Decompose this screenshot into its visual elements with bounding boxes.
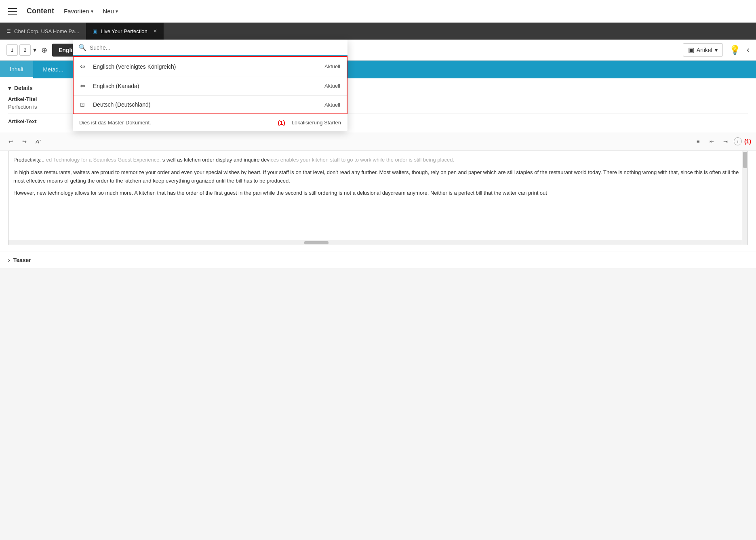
list-icon[interactable]: ≡ xyxy=(693,136,704,147)
tab-chef-corp[interactable]: ☰ Chef Corp. USA Home Pa... xyxy=(0,23,86,40)
article-text-editor[interactable]: Productivity... ed Technology for a Seam… xyxy=(8,151,748,245)
editor-toolbar: ↩ ↪ A' ≡ ⇤ ⇥ i (1) xyxy=(0,132,756,151)
toolbar: 1 2 ▾ ⊕ Englisch (Vereinigte Staaten) ▾ … xyxy=(0,40,756,61)
translate-icon-de-de: ⊡ xyxy=(80,101,88,108)
lokalisierung-link[interactable]: Lokalisierung Starten xyxy=(292,120,341,126)
language-list: ⇔ Englisch (Vereinigtes Königreich) Aktu… xyxy=(73,56,347,114)
globe-icon[interactable]: ⊕ xyxy=(41,46,47,55)
tab-inhalt[interactable]: Inhalt xyxy=(0,61,33,78)
neu-chevron-icon: ▾ xyxy=(116,8,118,14)
info-icon[interactable]: i xyxy=(734,137,742,145)
details-title: Details xyxy=(14,85,33,91)
artikel-button[interactable]: ▣ Artikel ▾ xyxy=(683,43,723,57)
editor-paragraph-2: In high class restaurants, waiters are p… xyxy=(13,168,743,185)
editor-paragraph-3: However, new technology allows for so mu… xyxy=(13,189,743,198)
h-scrollbar-thumb[interactable] xyxy=(304,241,329,244)
status-en-ca: Aktuell xyxy=(324,83,340,89)
tab-metadaten[interactable]: Metad... xyxy=(33,61,73,78)
editor-badge: (1) xyxy=(744,138,751,145)
vertical-scrollbar[interactable] xyxy=(742,151,748,245)
details-chevron-icon: ▾ xyxy=(8,85,11,91)
language-option-en-ca[interactable]: ⇔ Englisch (Kanada) Aktuell xyxy=(74,76,347,96)
undo-button[interactable]: ↩ xyxy=(5,136,16,147)
teaser-chevron-icon: › xyxy=(8,257,10,263)
teaser-label: Teaser xyxy=(13,257,31,263)
page-chevron-icon[interactable]: ▾ xyxy=(33,46,36,54)
language-label-en-ca: Englisch (Kanada) xyxy=(93,83,320,89)
status-de-de: Aktuell xyxy=(324,102,340,108)
translate-icon-en-ca: ⇔ xyxy=(80,82,88,90)
page-2-button[interactable]: 2 xyxy=(19,44,31,56)
nav-favoriten[interactable]: Favoriten ▾ xyxy=(64,8,93,15)
search-input[interactable] xyxy=(90,44,342,51)
hamburger-menu[interactable] xyxy=(8,8,17,15)
page-number-buttons: 1 2 ▾ xyxy=(6,44,36,56)
translate-icon-en-uk: ⇔ xyxy=(80,63,88,70)
language-dropdown: 🔍 ⇔ Englisch (Vereinigtes Königreich) Ak… xyxy=(73,40,347,131)
page-1-button[interactable]: 1 xyxy=(6,44,18,56)
tab-close-icon[interactable]: ✕ xyxy=(153,28,157,34)
lightbulb-icon[interactable]: 💡 xyxy=(729,45,740,55)
scrollbar-thumb[interactable] xyxy=(743,152,747,168)
artikel-icon: ▣ xyxy=(688,46,694,54)
language-option-de-de[interactable]: ⊡ Deutsch (Deutschland) Aktuell xyxy=(74,96,347,113)
status-en-uk: Aktuell xyxy=(324,63,340,69)
top-navigation: Content Favoriten ▾ Neu ▾ xyxy=(0,0,756,23)
toolbar-right: ▣ Artikel ▾ 💡 ‹ xyxy=(683,43,750,57)
redo-button[interactable]: ↪ xyxy=(19,136,30,147)
back-icon[interactable]: ‹ xyxy=(747,45,750,55)
localization-badge: (1) xyxy=(278,119,285,126)
teaser-section[interactable]: › Teaser xyxy=(0,252,756,268)
language-option-en-uk[interactable]: ⇔ Englisch (Vereinigtes Königreich) Aktu… xyxy=(74,57,347,76)
editor-paragraph-1: Productivity... ed Technology for a Seam… xyxy=(13,156,743,164)
dropdown-footer: Dies ist das Master-Dokument. (1) Lokali… xyxy=(73,114,347,131)
nav-title: Content xyxy=(27,7,54,15)
language-label-en-uk: Englisch (Vereinigtes Königreich) xyxy=(93,63,320,70)
editor-content-area[interactable]: Productivity... ed Technology for a Seam… xyxy=(8,151,748,240)
dropdown-search-area: 🔍 xyxy=(73,40,347,56)
indent-icon[interactable]: ⇥ xyxy=(720,136,731,147)
favoriten-chevron-icon: ▾ xyxy=(91,8,93,14)
search-icon: 🔍 xyxy=(78,44,86,51)
artikel-label: Artikel xyxy=(697,47,712,53)
live-perfection-tab-icon: ▣ xyxy=(93,28,97,34)
chef-corp-tab-icon: ☰ xyxy=(6,28,11,34)
outdent-icon[interactable]: ⇤ xyxy=(706,136,718,147)
format-button[interactable]: A' xyxy=(32,136,44,147)
master-doc-text: Dies ist das Master-Dokument. xyxy=(79,120,151,126)
tab-live-your-perfection[interactable]: ▣ Live Your Perfection ✕ xyxy=(86,23,164,40)
live-perfection-tab-label: Live Your Perfection xyxy=(101,28,147,34)
nav-neu[interactable]: Neu ▾ xyxy=(103,8,118,15)
tab-bar: ☰ Chef Corp. USA Home Pa... ▣ Live Your … xyxy=(0,23,756,40)
artikel-chevron-icon: ▾ xyxy=(715,47,718,53)
language-label-de-de: Deutsch (Deutschland) xyxy=(93,101,320,108)
horizontal-scrollbar[interactable] xyxy=(8,240,748,245)
chef-corp-tab-label: Chef Corp. USA Home Pa... xyxy=(14,28,79,34)
